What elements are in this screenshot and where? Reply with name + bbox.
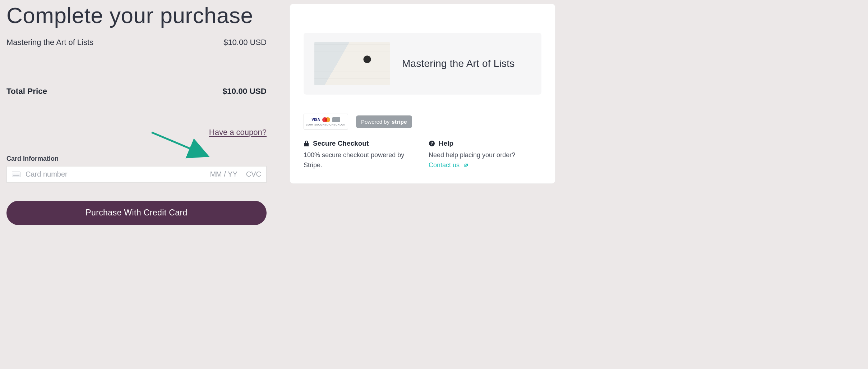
visa-logo-text: VISA (311, 118, 320, 122)
stripe-brand: stripe (392, 119, 407, 125)
lock-icon (304, 140, 309, 147)
stripe-prefix: Powered by (361, 119, 389, 125)
help-icon: ? (429, 140, 435, 147)
card-info-label: Card Information (6, 155, 267, 163)
svg-text:?: ? (430, 141, 433, 146)
page-title: Complete your purchase (6, 4, 267, 28)
purchase-button[interactable]: Purchase With Credit Card (6, 201, 267, 225)
cards-badge: VISA 100% SECURED CHECKOUT (304, 114, 348, 129)
help-body: Need help placing your order? (429, 151, 515, 159)
mastercard-icon (322, 117, 330, 122)
card-number-placeholder: Card number (26, 170, 205, 178)
secured-checkout-text: 100% SECURED CHECKOUT (306, 123, 346, 126)
product-thumbnail (314, 42, 390, 85)
coupon-link[interactable]: Have a coupon? (209, 128, 267, 137)
card-icon (12, 172, 20, 177)
card-expiry-placeholder: MM / YY (210, 170, 237, 178)
secure-block: Secure Checkout 100% secure checkout pow… (304, 140, 416, 171)
secure-body: 100% secure checkout powered by Stripe. (304, 150, 416, 170)
total-amount: $10.00 USD (222, 87, 267, 96)
stripe-badge: Powered by stripe (356, 115, 412, 128)
amex-icon (332, 117, 340, 122)
product-title: Mastering the Art of Lists (402, 58, 514, 69)
secure-title: Secure Checkout (313, 140, 369, 147)
product-row: Mastering the Art of Lists (304, 33, 541, 95)
line-item-name: Mastering the Art of Lists (6, 38, 93, 47)
external-link-icon (463, 161, 468, 171)
card-input[interactable]: Card number MM / YY CVC (6, 166, 267, 183)
line-item: Mastering the Art of Lists $10.00 USD (6, 38, 267, 47)
total-label: Total Price (6, 87, 47, 96)
trust-badges: VISA 100% SECURED CHECKOUT Powered by st… (290, 104, 555, 131)
contact-us-link[interactable]: Contact us (429, 161, 468, 169)
card-cvc-placeholder: CVC (246, 170, 261, 178)
help-block: ? Help Need help placing your order? Con… (429, 140, 541, 171)
totals-row: Total Price $10.00 USD (6, 87, 267, 96)
summary-panel: Mastering the Art of Lists VISA 100% SEC… (290, 4, 555, 184)
contact-us-text: Contact us (429, 161, 460, 169)
line-item-price: $10.00 USD (223, 38, 267, 47)
help-title: Help (439, 140, 453, 147)
